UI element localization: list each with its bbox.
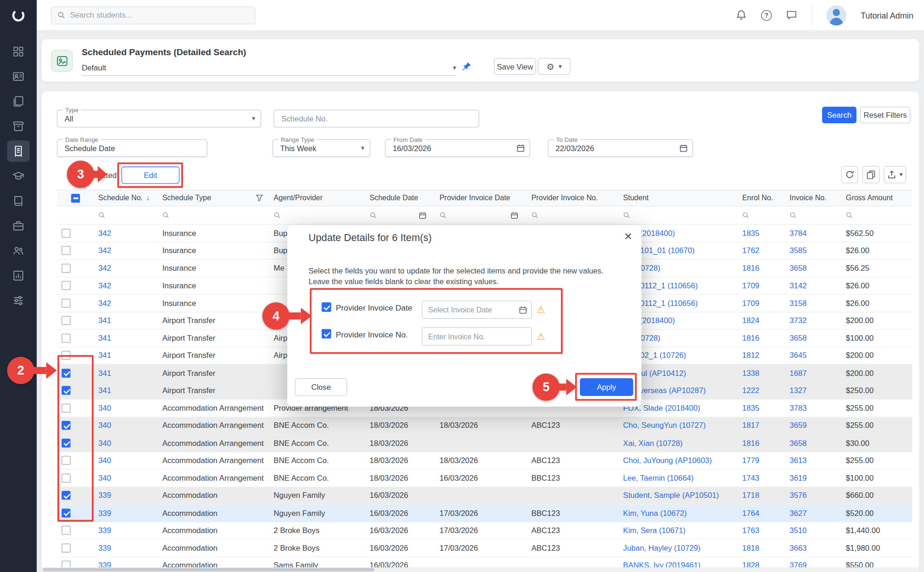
- cell-enrol-no-link[interactable]: 1709: [737, 295, 785, 311]
- column-header-invoice-no[interactable]: Invoice No.: [785, 191, 841, 206]
- row-checkbox[interactable]: [62, 334, 70, 343]
- cell-student-link[interactable]: Xai, Xian (10728): [618, 434, 737, 451]
- calendar-icon[interactable]: [519, 306, 527, 314]
- cell-student-link[interactable]: Student, Sample (AP10501): [618, 487, 737, 504]
- cell-enrol-no-link[interactable]: 1709: [737, 277, 785, 294]
- cell-enrol-no-link[interactable]: 1812: [737, 347, 785, 364]
- cell-schedule-no-link[interactable]: 340: [94, 470, 157, 486]
- cell-enrol-no-link[interactable]: 1835: [737, 225, 785, 242]
- provider-invoice-no-checkbox[interactable]: [321, 329, 331, 338]
- cell-schedule-no-link[interactable]: 340: [94, 417, 157, 434]
- cell-schedule-no-link[interactable]: 341: [94, 347, 157, 364]
- horizontal-scrollbar[interactable]: [42, 567, 919, 572]
- calendar-icon[interactable]: [419, 211, 427, 219]
- filter-agent-provider[interactable]: [269, 206, 365, 224]
- search-button[interactable]: Search: [822, 107, 856, 123]
- cell-schedule-no-link[interactable]: 340: [94, 452, 157, 469]
- row-checkbox[interactable]: [62, 473, 70, 482]
- cell-enrol-no-link[interactable]: 1824: [737, 312, 785, 329]
- global-search-input[interactable]: [70, 11, 249, 19]
- cell-schedule-no-link[interactable]: 342: [94, 242, 157, 259]
- cell-schedule-no-link[interactable]: 341: [94, 382, 157, 399]
- date-range-filter[interactable]: Date Range Schedule Date: [57, 140, 207, 157]
- column-header-provider-invoice-date[interactable]: Provider Invoice Date: [435, 191, 527, 206]
- row-checkbox[interactable]: [62, 456, 70, 465]
- save-view-button[interactable]: Save View: [494, 58, 536, 75]
- sidebar-item-settings[interactable]: [7, 290, 30, 311]
- cell-schedule-no-link[interactable]: 339: [94, 504, 157, 521]
- help-icon[interactable]: ?: [761, 10, 772, 20]
- row-checkbox[interactable]: [62, 526, 70, 535]
- table-row[interactable]: 340 Accommodation Arrangement BNE Accom …: [57, 452, 912, 470]
- invoice-no-input[interactable]: [422, 328, 531, 345]
- cell-invoice-no-link[interactable]: 3619: [785, 470, 841, 486]
- sidebar-item-library[interactable]: [7, 191, 30, 212]
- cell-schedule-no-link[interactable]: 342: [94, 225, 157, 242]
- cell-invoice-no-link[interactable]: 3732: [785, 312, 841, 329]
- cell-enrol-no-link[interactable]: 1762: [737, 242, 785, 259]
- row-checkbox[interactable]: [62, 281, 70, 290]
- to-date-field[interactable]: To Date 22/03/2026: [548, 140, 693, 157]
- cell-invoice-no-link[interactable]: 3784: [785, 225, 841, 242]
- row-checkbox[interactable]: [62, 264, 70, 273]
- cell-enrol-no-link[interactable]: 1718: [737, 487, 785, 504]
- cell-schedule-no-link[interactable]: 339: [94, 540, 157, 556]
- sidebar-item-jobs[interactable]: [7, 215, 30, 236]
- cell-student-link[interactable]: Choi, JuYoung (AP10603): [618, 452, 737, 469]
- row-checkbox[interactable]: [62, 229, 70, 237]
- cell-invoice-no-link[interactable]: 3663: [785, 540, 841, 556]
- edit-button[interactable]: Edit: [121, 166, 179, 184]
- cell-schedule-no-link[interactable]: 341: [94, 312, 157, 329]
- cell-enrol-no-link[interactable]: 1817: [737, 417, 785, 434]
- filter-schedule-type[interactable]: [157, 206, 269, 224]
- cell-enrol-no-link[interactable]: 1763: [737, 522, 785, 539]
- cell-enrol-no-link[interactable]: 1816: [737, 330, 785, 346]
- cell-enrol-no-link[interactable]: 1222: [737, 382, 785, 399]
- modal-apply-button[interactable]: Apply: [580, 378, 633, 396]
- cell-invoice-no-link[interactable]: 3613: [785, 452, 841, 469]
- table-row[interactable]: 339 Accommodation Nguyen Family 16/03/20…: [57, 504, 912, 522]
- cell-invoice-no-link[interactable]: 3158: [785, 295, 841, 311]
- cell-invoice-no-link[interactable]: 3142: [785, 277, 841, 294]
- cell-student-link[interactable]: Cho, SeungYun (10727): [618, 417, 737, 434]
- sidebar-item-students[interactable]: [7, 66, 30, 87]
- cell-schedule-no-link[interactable]: 339: [94, 522, 157, 539]
- range-type-dropdown[interactable]: Range Type This Week ▾: [272, 140, 370, 157]
- row-checkbox[interactable]: [62, 543, 70, 552]
- row-checkbox[interactable]: [62, 299, 70, 307]
- settings-dropdown-button[interactable]: ⚙ ▾: [538, 58, 570, 75]
- row-checkbox[interactable]: [62, 421, 70, 430]
- row-checkbox[interactable]: [62, 404, 70, 413]
- filter-enrol-no[interactable]: [737, 206, 785, 224]
- cell-invoice-no-link[interactable]: 3659: [785, 417, 841, 434]
- cell-student-link[interactable]: Kim, Yuna (10672): [618, 504, 737, 521]
- chat-icon[interactable]: [786, 9, 797, 20]
- cell-schedule-no-link[interactable]: 342: [94, 260, 157, 276]
- filter-funnel-icon[interactable]: [256, 194, 263, 201]
- row-checkbox[interactable]: [62, 351, 70, 360]
- column-header-schedule-no[interactable]: Schedule No.↓: [94, 191, 157, 206]
- sidebar-item-documents[interactable]: [7, 91, 30, 112]
- cell-invoice-no-link[interactable]: 3658: [785, 330, 841, 346]
- cell-schedule-no-link[interactable]: 341: [94, 330, 157, 346]
- user-avatar[interactable]: [826, 5, 846, 25]
- cell-enrol-no-link[interactable]: 1338: [737, 364, 785, 381]
- cell-enrol-no-link[interactable]: 1835: [737, 400, 785, 416]
- modal-close-button[interactable]: Close: [295, 378, 347, 396]
- cell-invoice-no-link[interactable]: 3658: [785, 434, 841, 451]
- cell-enrol-no-link[interactable]: 1779: [737, 452, 785, 469]
- schedule-no-filter-input[interactable]: [274, 110, 478, 127]
- export-dropdown-button[interactable]: ▾: [884, 166, 906, 183]
- row-checkbox[interactable]: [62, 491, 70, 500]
- type-filter-dropdown[interactable]: Type All ▾: [57, 110, 261, 127]
- sidebar-item-contacts[interactable]: [7, 240, 30, 261]
- cell-invoice-no-link[interactable]: 3510: [785, 522, 841, 539]
- row-checkbox[interactable]: [62, 386, 70, 395]
- filter-invoice-no[interactable]: [785, 206, 841, 224]
- cell-schedule-no-link[interactable]: 339: [94, 487, 157, 504]
- view-selector[interactable]: Default ▾: [82, 60, 456, 76]
- copy-button[interactable]: [863, 166, 880, 183]
- cell-invoice-no-link[interactable]: 3585: [785, 242, 841, 259]
- filter-provider-invoice-date[interactable]: [435, 206, 527, 224]
- filter-schedule-date[interactable]: [365, 206, 435, 224]
